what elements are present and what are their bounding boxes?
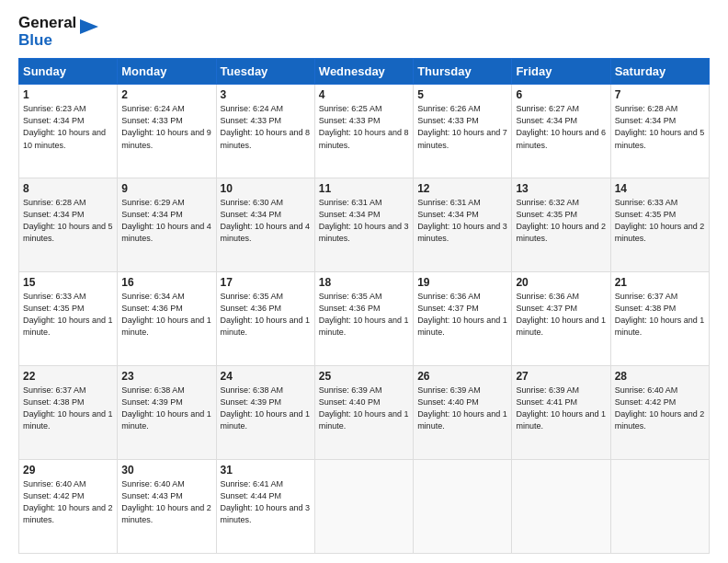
- header: General Blue: [18, 15, 710, 49]
- day-number: 20: [516, 276, 606, 289]
- day-number: 11: [319, 182, 409, 195]
- calendar-cell: 2 Sunrise: 6:24 AMSunset: 4:33 PMDayligh…: [118, 85, 216, 178]
- day-info: Sunrise: 6:32 AMSunset: 4:35 PMDaylight:…: [516, 197, 606, 245]
- day-number: 13: [516, 182, 606, 195]
- calendar-cell: 27 Sunrise: 6:39 AMSunset: 4:41 PMDaylig…: [512, 366, 610, 460]
- calendar-cell: 5 Sunrise: 6:26 AMSunset: 4:33 PMDayligh…: [414, 85, 512, 178]
- col-header-monday: Monday: [118, 59, 216, 85]
- day-number: 29: [23, 464, 113, 477]
- day-info: Sunrise: 6:24 AMSunset: 4:33 PMDaylight:…: [121, 103, 211, 151]
- day-info: Sunrise: 6:39 AMSunset: 4:40 PMDaylight:…: [319, 385, 409, 432]
- logo-blue: Blue: [18, 32, 76, 50]
- day-info: Sunrise: 6:39 AMSunset: 4:41 PMDaylight:…: [516, 385, 606, 432]
- day-number: 28: [615, 370, 705, 383]
- calendar-cell: 19 Sunrise: 6:36 AMSunset: 4:37 PMDaylig…: [414, 272, 512, 366]
- svg-marker-0: [80, 19, 98, 34]
- day-info: Sunrise: 6:39 AMSunset: 4:40 PMDaylight:…: [417, 385, 507, 432]
- calendar-cell: 9 Sunrise: 6:29 AMSunset: 4:34 PMDayligh…: [118, 178, 216, 272]
- day-info: Sunrise: 6:30 AMSunset: 4:34 PMDaylight:…: [221, 197, 311, 245]
- day-info: Sunrise: 6:38 AMSunset: 4:39 PMDaylight:…: [121, 385, 211, 432]
- day-info: Sunrise: 6:37 AMSunset: 4:38 PMDaylight:…: [615, 291, 705, 339]
- calendar-cell: 21 Sunrise: 6:37 AMSunset: 4:38 PMDaylig…: [610, 272, 709, 366]
- calendar-cell: 29 Sunrise: 6:40 AMSunset: 4:42 PMDaylig…: [19, 460, 118, 554]
- day-number: 27: [516, 370, 606, 383]
- col-header-tuesday: Tuesday: [216, 59, 314, 85]
- calendar-cell: 28 Sunrise: 6:40 AMSunset: 4:42 PMDaylig…: [610, 366, 709, 460]
- col-header-thursday: Thursday: [414, 59, 512, 85]
- day-number: 30: [121, 464, 211, 477]
- day-number: 17: [221, 276, 311, 289]
- day-info: Sunrise: 6:40 AMSunset: 4:43 PMDaylight:…: [121, 478, 211, 526]
- calendar-cell: 6 Sunrise: 6:27 AMSunset: 4:34 PMDayligh…: [512, 85, 610, 178]
- day-info: Sunrise: 6:36 AMSunset: 4:37 PMDaylight:…: [417, 291, 507, 339]
- calendar-cell: [414, 460, 512, 554]
- day-info: Sunrise: 6:41 AMSunset: 4:44 PMDaylight:…: [221, 478, 311, 526]
- day-number: 1: [23, 88, 113, 101]
- day-info: Sunrise: 6:35 AMSunset: 4:36 PMDaylight:…: [319, 291, 409, 339]
- day-number: 24: [221, 370, 311, 383]
- calendar-cell: 16 Sunrise: 6:34 AMSunset: 4:36 PMDaylig…: [118, 272, 216, 366]
- calendar-cell: [314, 460, 413, 554]
- day-number: 18: [319, 276, 409, 289]
- logo-general: General: [18, 15, 76, 32]
- calendar-cell: 25 Sunrise: 6:39 AMSunset: 4:40 PMDaylig…: [314, 366, 413, 460]
- calendar-week-4: 22 Sunrise: 6:37 AMSunset: 4:38 PMDaylig…: [19, 366, 710, 460]
- calendar-cell: 24 Sunrise: 6:38 AMSunset: 4:39 PMDaylig…: [216, 366, 314, 460]
- day-info: Sunrise: 6:35 AMSunset: 4:36 PMDaylight:…: [221, 291, 311, 339]
- day-number: 7: [615, 88, 705, 101]
- day-number: 2: [121, 88, 211, 101]
- calendar-cell: 17 Sunrise: 6:35 AMSunset: 4:36 PMDaylig…: [216, 272, 314, 366]
- day-info: Sunrise: 6:40 AMSunset: 4:42 PMDaylight:…: [23, 478, 113, 526]
- day-info: Sunrise: 6:34 AMSunset: 4:36 PMDaylight:…: [121, 291, 211, 339]
- day-info: Sunrise: 6:33 AMSunset: 4:35 PMDaylight:…: [23, 291, 113, 339]
- col-header-saturday: Saturday: [610, 59, 709, 85]
- day-info: Sunrise: 6:26 AMSunset: 4:33 PMDaylight:…: [417, 103, 507, 151]
- calendar-cell: 26 Sunrise: 6:39 AMSunset: 4:40 PMDaylig…: [414, 366, 512, 460]
- day-number: 3: [221, 88, 311, 101]
- day-number: 9: [121, 182, 211, 195]
- calendar-cell: 31 Sunrise: 6:41 AMSunset: 4:44 PMDaylig…: [216, 460, 314, 554]
- day-info: Sunrise: 6:28 AMSunset: 4:34 PMDaylight:…: [615, 103, 705, 151]
- calendar-week-5: 29 Sunrise: 6:40 AMSunset: 4:42 PMDaylig…: [19, 460, 710, 554]
- day-number: 31: [221, 464, 311, 477]
- day-number: 4: [319, 88, 409, 101]
- day-info: Sunrise: 6:33 AMSunset: 4:35 PMDaylight:…: [615, 197, 705, 245]
- day-number: 19: [417, 276, 507, 289]
- day-info: Sunrise: 6:28 AMSunset: 4:34 PMDaylight:…: [23, 197, 113, 245]
- col-header-wednesday: Wednesday: [314, 59, 413, 85]
- day-number: 10: [221, 182, 311, 195]
- day-info: Sunrise: 6:24 AMSunset: 4:33 PMDaylight:…: [221, 103, 311, 151]
- calendar-cell: 18 Sunrise: 6:35 AMSunset: 4:36 PMDaylig…: [314, 272, 413, 366]
- calendar-week-1: 1 Sunrise: 6:23 AMSunset: 4:34 PMDayligh…: [19, 85, 710, 178]
- day-number: 16: [121, 276, 211, 289]
- day-number: 12: [417, 182, 507, 195]
- day-number: 8: [23, 182, 113, 195]
- page: General Blue SundayMondayTuesdayWednesda…: [0, 0, 728, 563]
- col-header-friday: Friday: [512, 59, 610, 85]
- day-number: 21: [615, 276, 705, 289]
- calendar-cell: 7 Sunrise: 6:28 AMSunset: 4:34 PMDayligh…: [610, 85, 709, 178]
- calendar-cell: 8 Sunrise: 6:28 AMSunset: 4:34 PMDayligh…: [19, 178, 118, 272]
- calendar-header-row: SundayMondayTuesdayWednesdayThursdayFrid…: [19, 59, 710, 85]
- calendar-week-3: 15 Sunrise: 6:33 AMSunset: 4:35 PMDaylig…: [19, 272, 710, 366]
- calendar-cell: 10 Sunrise: 6:30 AMSunset: 4:34 PMDaylig…: [216, 178, 314, 272]
- day-number: 15: [23, 276, 113, 289]
- day-info: Sunrise: 6:31 AMSunset: 4:34 PMDaylight:…: [319, 197, 409, 245]
- day-number: 23: [121, 370, 211, 383]
- calendar-cell: 30 Sunrise: 6:40 AMSunset: 4:43 PMDaylig…: [118, 460, 216, 554]
- calendar-cell: 4 Sunrise: 6:25 AMSunset: 4:33 PMDayligh…: [314, 85, 413, 178]
- day-info: Sunrise: 6:27 AMSunset: 4:34 PMDaylight:…: [516, 103, 606, 151]
- calendar-cell: 11 Sunrise: 6:31 AMSunset: 4:34 PMDaylig…: [314, 178, 413, 272]
- calendar-cell: 22 Sunrise: 6:37 AMSunset: 4:38 PMDaylig…: [19, 366, 118, 460]
- day-info: Sunrise: 6:37 AMSunset: 4:38 PMDaylight:…: [23, 385, 113, 432]
- logo-flag-icon: [80, 19, 98, 45]
- calendar-cell: 14 Sunrise: 6:33 AMSunset: 4:35 PMDaylig…: [610, 178, 709, 272]
- calendar-table: SundayMondayTuesdayWednesdayThursdayFrid…: [18, 58, 710, 554]
- day-info: Sunrise: 6:38 AMSunset: 4:39 PMDaylight:…: [221, 385, 311, 432]
- day-number: 6: [516, 88, 606, 101]
- calendar-cell: 12 Sunrise: 6:31 AMSunset: 4:34 PMDaylig…: [414, 178, 512, 272]
- day-info: Sunrise: 6:31 AMSunset: 4:34 PMDaylight:…: [417, 197, 507, 245]
- day-number: 25: [319, 370, 409, 383]
- day-info: Sunrise: 6:25 AMSunset: 4:33 PMDaylight:…: [319, 103, 409, 151]
- calendar-cell: 20 Sunrise: 6:36 AMSunset: 4:37 PMDaylig…: [512, 272, 610, 366]
